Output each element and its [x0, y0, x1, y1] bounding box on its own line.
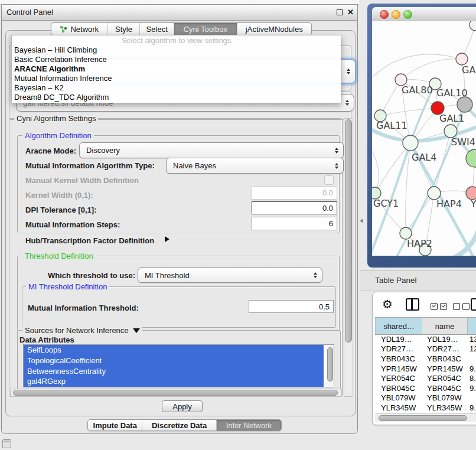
- which-threshold-label: Which threshold to use:: [25, 271, 135, 280]
- aracne-mode-combo[interactable]: Discovery: [79, 142, 344, 158]
- mi-steps-input[interactable]: 6: [252, 217, 337, 230]
- manual-kernel-width-checkbox[interactable]: [324, 175, 334, 185]
- mi-steps-label: Mutual Information Steps:: [25, 220, 120, 229]
- network-node: [428, 187, 441, 200]
- node-label: GAL80: [402, 84, 433, 96]
- node-label: GAL1: [439, 113, 464, 124]
- tab-discretize-data[interactable]: Discretize Data: [142, 420, 216, 431]
- network-node: [400, 227, 412, 239]
- apply-button[interactable]: Apply: [162, 400, 203, 412]
- network-node: [444, 125, 457, 138]
- close-icon[interactable]: ✕: [347, 8, 354, 17]
- table-row[interactable]: YBR045CYBR045C9.: [375, 383, 476, 393]
- tab-jactivemnodules[interactable]: jActiveMNodules: [237, 23, 311, 35]
- tab-style[interactable]: Style: [107, 23, 140, 35]
- cyni-algorithm-settings-label: Cyni Algorithm Settings: [14, 114, 98, 123]
- minimize-traffic-light[interactable]: [392, 10, 400, 19]
- column-layout-icon[interactable]: [406, 298, 419, 311]
- control-panel-window: Control Panel ✕ Inference Algorithm galF…: [1, 4, 358, 434]
- list-item[interactable]: SelfLoops: [24, 345, 324, 356]
- screen: Control Panel ✕ Inference Algorithm galF…: [0, 0, 476, 450]
- table-row[interactable]: YBR043CYBR043C: [375, 354, 476, 364]
- hub-definition-label[interactable]: Hub/Transcription Factor Definition: [25, 236, 154, 245]
- tab-select[interactable]: Select: [139, 23, 174, 35]
- hub-expand-icon[interactable]: [165, 236, 169, 242]
- select-all-checkboxes-icon[interactable]: [431, 301, 447, 311]
- float-window-icon[interactable]: [337, 9, 343, 15]
- table-row[interactable]: YER054CYER054C8.: [375, 373, 476, 383]
- column-header-shared-name[interactable]: shared…: [375, 318, 423, 334]
- table-body: YDL19…YDL19…13 YDR27…YDR27…12 YBR043CYBR…: [375, 334, 476, 414]
- dropdown-item[interactable]: Basic Correlation Inference: [12, 55, 341, 64]
- list-item[interactable]: BetweennessCentrality: [24, 366, 324, 377]
- tab-network[interactable]: Network: [51, 23, 107, 35]
- table-panel-title: Table Panel: [375, 271, 417, 290]
- list-item[interactable]: TopologicalCoefficient: [24, 356, 324, 366]
- divider-collapse-arrow[interactable]: [360, 219, 363, 223]
- network-node: [403, 135, 418, 151]
- table-row[interactable]: YDR27…YDR27…12: [375, 344, 476, 354]
- tab-infer-network[interactable]: Infer Network: [216, 420, 281, 431]
- column-header-partial[interactable]: [468, 318, 476, 334]
- deselect-all-checkboxes-icon[interactable]: [453, 301, 470, 311]
- control-panel-tabbar: Network Style Select Cyni Toolbox jActiv…: [51, 22, 312, 36]
- aracne-mode-label: Aracne Mode:: [25, 146, 76, 155]
- data-attributes-listbox: SelfLoops TopologicalCoefficient Between…: [23, 344, 334, 387]
- close-traffic-light[interactable]: [380, 10, 389, 19]
- table-row[interactable]: YPR145WYPR145W9.: [375, 364, 476, 374]
- minimized-panel-icon[interactable]: [2, 439, 11, 448]
- dropdown-prompt: Select algorithm to view settings: [12, 35, 341, 45]
- dropdown-item-selected[interactable]: ARACNE Algorithm: [12, 64, 341, 74]
- node-label: HAP4: [436, 198, 462, 210]
- sources-label: Sources for Network Inference: [22, 326, 142, 335]
- network-icon: [60, 25, 67, 33]
- partial-toolbar-icon[interactable]: [471, 298, 476, 311]
- table-toolbar: ⚙: [373, 292, 476, 317]
- network-node: [395, 74, 407, 86]
- mi-threshold-input[interactable]: 0.5: [249, 300, 334, 313]
- tab-impute-data[interactable]: Impute Data: [88, 420, 142, 431]
- threshold-definition-label: Threshold Definition: [22, 252, 96, 260]
- manual-kernel-width-label: Manual Kernel Width Definition: [25, 176, 139, 185]
- dropdown-item[interactable]: Bayesian – Hill Climbing: [12, 45, 341, 55]
- attributes-vertical-scrollbar[interactable]: [326, 345, 334, 386]
- dropdown-item[interactable]: Dream8 DC_TDC Algorithm: [12, 93, 341, 102]
- table-row[interactable]: YDL19…YDL19…13: [375, 334, 476, 344]
- node-label: GAL4: [412, 152, 436, 163]
- network-node: [466, 187, 476, 200]
- network-canvas[interactable]: GAL GAL80 GAL10 GAL1 GAL11 SWI4 GAL4 GCY…: [372, 21, 476, 256]
- algorithm-definition-label: Algorithm Definition: [22, 131, 94, 140]
- node-label: SWI4: [451, 136, 475, 148]
- dpi-tolerance-input[interactable]: 0.0: [252, 201, 337, 214]
- bottom-tabbar: Impute Data Discretize Data Infer Networ…: [87, 419, 282, 431]
- dropdown-item[interactable]: Bayesian – K2: [12, 83, 341, 93]
- network-node: [456, 53, 468, 65]
- sources-collapse-icon[interactable]: [133, 328, 140, 333]
- mi-threshold-definition-label: MI Threshold Definition: [26, 282, 109, 291]
- dropdown-item[interactable]: Mutual Information Inference: [12, 74, 341, 83]
- settings-horizontal-scrollbar[interactable]: [10, 389, 342, 397]
- kernel-width-label: Kernel Width (0,1):: [25, 191, 93, 200]
- table-row[interactable]: YLR345WYLR345W9.: [375, 403, 476, 413]
- column-header-name[interactable]: name: [422, 318, 468, 334]
- network-view-window: GAL GAL80 GAL10 GAL1 GAL11 SWI4 GAL4 GCY…: [367, 4, 476, 268]
- settings-vertical-scrollbar[interactable]: [344, 118, 353, 397]
- table-row[interactable]: YBL079WYBL079W: [375, 393, 476, 403]
- gear-icon[interactable]: ⚙: [382, 297, 393, 311]
- table-horizontal-scrollbar[interactable]: [375, 413, 476, 422]
- network-node: [470, 21, 476, 31]
- zoom-traffic-light[interactable]: [403, 10, 412, 19]
- mi-algorithm-type-combo[interactable]: Naive Bayes: [166, 158, 344, 174]
- control-panel-titlebar: Control Panel ✕: [2, 5, 357, 21]
- network-node: [372, 187, 381, 199]
- table-panel-window: ⚙ shared… name YDL19…YDL19…13: [372, 292, 476, 425]
- tab-cyni-toolbox[interactable]: Cyni Toolbox: [174, 23, 237, 35]
- kernel-width-input[interactable]: 0.0: [252, 186, 337, 200]
- table-header: shared… name: [375, 317, 476, 335]
- network-node: [457, 97, 472, 112]
- which-threshold-combo[interactable]: MI Threshold: [138, 268, 322, 283]
- table-panel-bar: Table Panel: [360, 270, 476, 291]
- node-label: GCY1: [373, 198, 399, 209]
- list-item[interactable]: gal4RGexp: [24, 376, 324, 387]
- node-label: GAL10: [436, 87, 468, 99]
